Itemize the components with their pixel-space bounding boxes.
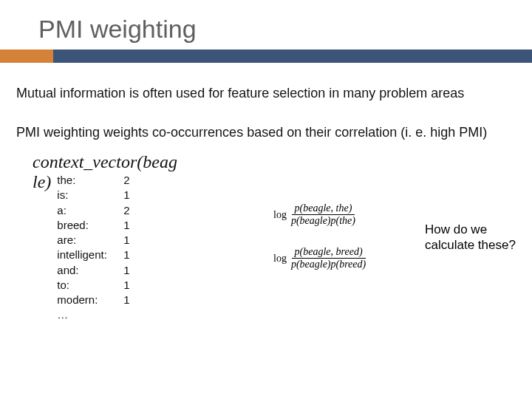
context-vector-label-line1: context_vector(beag — [16, 151, 517, 173]
slide-title: PMI weighting — [0, 0, 532, 50]
context-vector-label-line2: le) — [16, 173, 57, 191]
paragraph-1: Mutual information is often used for fea… — [16, 85, 517, 102]
title-rule-bar — [53, 50, 532, 63]
cv-word: a: — [57, 203, 123, 218]
formula-2: log p(beagle, breed) p(beagle)p(breed) — [273, 247, 369, 270]
cv-value: 1 — [123, 263, 146, 278]
cv-word: are: — [57, 233, 123, 248]
cv-value: 1 — [123, 188, 146, 202]
log-label: log — [273, 253, 288, 265]
cv-value: 1 — [123, 233, 146, 248]
cv-value: 1 — [123, 278, 146, 293]
cv-word: and: — [57, 263, 123, 278]
numerator: p(beagle, the) — [292, 203, 355, 215]
cv-word: … — [57, 307, 123, 322]
cv-word: intelligent: — [57, 248, 123, 262]
cv-value: 1 — [123, 218, 146, 233]
paragraph-2: PMI weighting weights co-occurrences bas… — [16, 124, 517, 141]
cv-word: breed: — [57, 218, 123, 233]
cv-value-column: 2 1 2 1 1 1 1 1 1 — [123, 173, 146, 323]
cv-word: modern: — [57, 293, 123, 307]
cv-word-column: the: is: a: breed: are: intelligent: and… — [57, 173, 123, 323]
formula-block: log p(beagle, the) p(beagle)p(the) log p… — [273, 203, 369, 290]
cv-value: 2 — [123, 203, 146, 218]
denominator: p(beagle)p(breed) — [288, 259, 369, 270]
title-rule — [0, 50, 532, 63]
cv-word: to: — [57, 278, 123, 293]
fraction: p(beagle, the) p(beagle)p(the) — [288, 203, 358, 226]
cv-word: is: — [57, 188, 123, 202]
formula-1: log p(beagle, the) p(beagle)p(the) — [273, 203, 369, 226]
question-text: How do we calculate these? — [425, 222, 528, 253]
numerator: p(beagle, breed) — [292, 247, 366, 259]
title-rule-accent — [0, 50, 53, 63]
cv-value: 2 — [123, 173, 146, 188]
cv-value: 1 — [123, 248, 146, 262]
fraction: p(beagle, breed) p(beagle)p(breed) — [288, 247, 369, 270]
slide-body: Mutual information is often used for fea… — [0, 63, 532, 323]
cv-value: 1 — [123, 293, 146, 307]
denominator: p(beagle)p(the) — [288, 215, 358, 226]
context-vector-table: the: is: a: breed: are: intelligent: and… — [57, 173, 146, 323]
log-label: log — [273, 209, 288, 221]
cv-word: the: — [57, 173, 123, 188]
